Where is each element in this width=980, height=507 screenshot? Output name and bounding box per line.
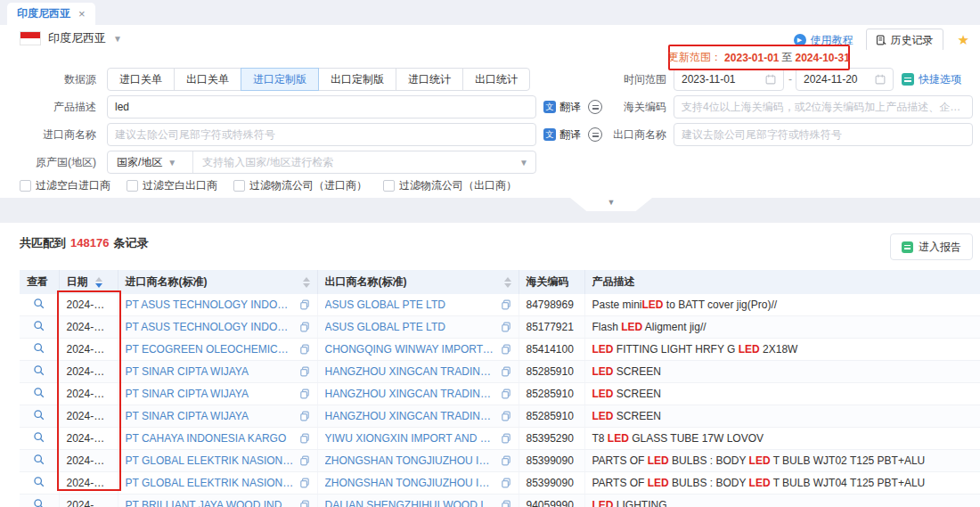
checkbox-icon[interactable] bbox=[20, 180, 31, 192]
exporter-link[interactable]: DALIAN SHENGZHIHUI WOOD INDUST... bbox=[325, 499, 495, 507]
origin-type-select[interactable]: 国家/地区 ▼ bbox=[108, 151, 193, 173]
tab-indonesia[interactable]: 印度尼西亚 × bbox=[7, 3, 95, 25]
view-magnifier-icon[interactable] bbox=[33, 298, 45, 309]
view-cell[interactable] bbox=[20, 495, 59, 507]
view-magnifier-icon[interactable] bbox=[33, 387, 45, 398]
exporter-link[interactable]: HANGZHOU XINGCAN TRADING CO LTD bbox=[325, 388, 495, 400]
enter-report-button[interactable]: 进入报告 bbox=[890, 233, 973, 260]
quick-options-link[interactable]: 快捷选项 bbox=[902, 68, 961, 91]
view-cell[interactable] bbox=[20, 339, 59, 361]
importer-link[interactable]: PT GLOBAL ELEKTRIK NASIONAL bbox=[126, 454, 294, 467]
view-cell[interactable] bbox=[20, 294, 59, 316]
tab-close-icon[interactable]: × bbox=[78, 7, 86, 20]
copy-icon[interactable] bbox=[299, 478, 310, 488]
importer-link[interactable]: PT CAHAYA INDONESIA KARGO bbox=[126, 432, 294, 445]
sort-icon[interactable] bbox=[95, 277, 102, 288]
view-cell[interactable] bbox=[20, 428, 59, 450]
collapse-toggle[interactable]: ▼ bbox=[570, 198, 652, 211]
importer-link[interactable]: PT SINAR CIPTA WIJAYA bbox=[126, 365, 294, 378]
sort-icon[interactable] bbox=[504, 277, 511, 288]
copy-icon[interactable] bbox=[299, 299, 310, 310]
copy-icon[interactable] bbox=[501, 455, 511, 466]
column-header-2[interactable]: 进口商名称(标准) bbox=[118, 270, 317, 294]
date-start-input[interactable]: 2023-11-01 bbox=[674, 68, 784, 91]
view-magnifier-icon[interactable] bbox=[33, 320, 45, 331]
copy-icon[interactable] bbox=[501, 366, 511, 377]
date-cell: 2024-10-31 bbox=[59, 339, 118, 361]
importer-link[interactable]: PT ECOGREEN OLEOCHEMICALS bbox=[126, 343, 294, 356]
view-cell[interactable] bbox=[20, 316, 59, 339]
view-magnifier-icon[interactable] bbox=[33, 498, 45, 507]
datasource-tab-5[interactable]: 出口统计 bbox=[462, 68, 530, 91]
view-magnifier-icon[interactable] bbox=[33, 454, 45, 465]
copy-icon[interactable] bbox=[299, 344, 310, 355]
filter-checkbox-0[interactable]: 过滤空白进口商 bbox=[20, 178, 110, 193]
importer-input[interactable]: 建议去除公司尾部字符或特殊符号 bbox=[107, 123, 536, 146]
origin-placeholder[interactable]: 支持输入国家/地区进行检索 bbox=[193, 155, 519, 170]
copy-icon[interactable] bbox=[299, 455, 310, 466]
filter-checkbox-1[interactable]: 过滤空白出口商 bbox=[127, 178, 217, 193]
importer-link[interactable]: PT BRILLIANT JAYA WOOD INDUSTRY bbox=[126, 499, 294, 507]
product-desc-input[interactable]: led bbox=[107, 95, 536, 119]
copy-icon[interactable] bbox=[501, 433, 511, 444]
checkbox-icon[interactable] bbox=[233, 180, 245, 192]
exporter-input[interactable]: 建议去除公司尾部字符或特殊符号 bbox=[674, 123, 973, 146]
exporter-link[interactable]: YIWU XIONGXIN IMPORT AND EXPORT... bbox=[325, 432, 495, 445]
chevron-down-icon[interactable]: ▼ bbox=[519, 158, 535, 168]
datasource-tab-4[interactable]: 进口统计 bbox=[396, 68, 463, 91]
exporter-link[interactable]: ASUS GLOBAL PTE LTD bbox=[325, 298, 495, 311]
view-magnifier-icon[interactable] bbox=[33, 431, 45, 443]
datasource-tab-1[interactable]: 出口关单 bbox=[174, 68, 241, 91]
copy-icon[interactable] bbox=[501, 322, 511, 332]
view-magnifier-icon[interactable] bbox=[33, 476, 45, 487]
copy-icon[interactable] bbox=[501, 500, 511, 507]
checkbox-icon[interactable] bbox=[383, 180, 395, 192]
copy-icon[interactable] bbox=[501, 299, 511, 310]
view-magnifier-icon[interactable] bbox=[33, 364, 45, 376]
copy-icon[interactable] bbox=[501, 344, 511, 355]
column-header-1[interactable]: 日期 bbox=[59, 270, 118, 294]
history-button[interactable]: 历史记录 bbox=[866, 29, 943, 52]
filter-checkbox-3[interactable]: 过滤物流公司（出口商） bbox=[383, 178, 517, 193]
importer-link[interactable]: PT ASUS TECHNOLOGY INDONESIA BA... bbox=[126, 321, 294, 333]
checkbox-icon[interactable] bbox=[127, 180, 138, 192]
copy-icon[interactable] bbox=[501, 411, 511, 421]
datasource-tab-0[interactable]: 进口关单 bbox=[107, 68, 175, 91]
copy-icon[interactable] bbox=[299, 322, 310, 332]
view-cell[interactable] bbox=[20, 450, 59, 472]
view-magnifier-icon[interactable] bbox=[33, 342, 45, 354]
product-desc-cell: Paste miniLED to BATT cover jig(Pro)// bbox=[584, 294, 980, 316]
datasource-tab-3[interactable]: 出口定制版 bbox=[318, 68, 396, 91]
copy-icon[interactable] bbox=[299, 433, 310, 444]
copy-icon[interactable] bbox=[501, 388, 511, 399]
view-magnifier-icon[interactable] bbox=[33, 409, 45, 421]
importer-link[interactable]: PT SINAR CIPTA WIJAYA bbox=[126, 388, 294, 400]
date-end-input[interactable]: 2024-11-20 bbox=[796, 68, 894, 91]
hs-code-cell: 85285910 bbox=[519, 361, 584, 383]
exporter-link[interactable]: CHONGQING WINWAY IMPORT AND E... bbox=[325, 343, 495, 356]
exporter-link[interactable]: HANGZHOU XINGCAN TRADING CO LTD bbox=[325, 365, 495, 378]
importer-link[interactable]: PT ASUS TECHNOLOGY INDONESIA BA... bbox=[126, 298, 294, 311]
column-header-3[interactable]: 出口商名称(标准) bbox=[317, 270, 519, 294]
copy-icon[interactable] bbox=[299, 500, 310, 507]
exporter-link[interactable]: HANGZHOU XINGCAN TRADING CO LTD bbox=[325, 410, 495, 422]
filter-checkbox-2[interactable]: 过滤物流公司（进口商） bbox=[233, 178, 367, 193]
copy-icon[interactable] bbox=[299, 366, 310, 377]
view-cell[interactable] bbox=[20, 472, 59, 495]
datasource-tab-2[interactable]: 进口定制版 bbox=[241, 68, 319, 91]
view-cell[interactable] bbox=[20, 405, 59, 428]
copy-icon[interactable] bbox=[299, 388, 310, 399]
sort-icon[interactable] bbox=[303, 277, 310, 288]
importer-link[interactable]: PT GLOBAL ELEKTRIK NASIONAL bbox=[126, 477, 294, 489]
view-cell[interactable] bbox=[20, 383, 59, 405]
importer-link[interactable]: PT SINAR CIPTA WIJAYA bbox=[126, 410, 294, 422]
exporter-link[interactable]: ASUS GLOBAL PTE LTD bbox=[325, 321, 495, 333]
country-selector[interactable]: 印度尼西亚 ▼ bbox=[20, 30, 122, 46]
copy-icon[interactable] bbox=[501, 478, 511, 488]
copy-icon[interactable] bbox=[299, 411, 310, 421]
exporter-link[interactable]: ZHONGSHAN TONGJIUZHOU INTERNA... bbox=[325, 454, 495, 467]
hs-code-input[interactable]: 支持4位以上海关编码，或2位海关编码加上产品描述、企业名称的任意信息 bbox=[674, 95, 973, 119]
exporter-link[interactable]: ZHONGSHAN TONGJIUZHOU INTERNA... bbox=[325, 477, 495, 489]
favorite-star-icon[interactable]: ★ bbox=[958, 32, 969, 48]
view-cell[interactable] bbox=[20, 361, 59, 383]
